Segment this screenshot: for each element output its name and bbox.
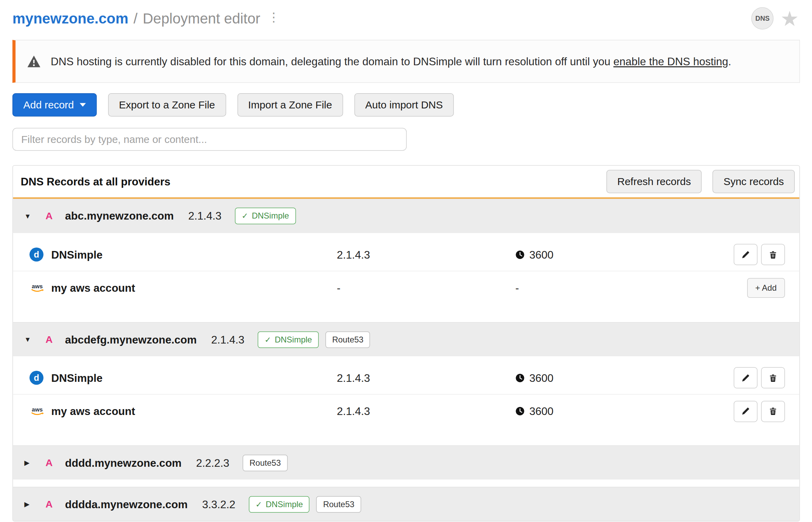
badge-label: DNSimple	[275, 335, 312, 345]
row-actions: + Add	[747, 278, 785, 298]
add-record-button[interactable]: Add record	[12, 94, 97, 117]
record-value: 2.1.4.3	[211, 334, 244, 346]
record-type: A	[46, 334, 53, 345]
trash-icon	[769, 251, 777, 259]
aws-logo-icon: aws	[30, 406, 45, 417]
provider-record-value: -	[337, 282, 516, 294]
provider-record-ttl: 3600	[515, 249, 734, 261]
badge-label: DNSimple	[266, 499, 303, 510]
ttl-value: 3600	[529, 249, 554, 261]
svg-text:aws: aws	[32, 407, 43, 413]
collapse-expanded-icon[interactable]: ▼	[24, 212, 33, 220]
check-icon: ✓	[256, 500, 262, 509]
route53-badge: Route53	[325, 331, 370, 348]
record-group-header[interactable]: ▶ A dddd.mynewzone.com 2.2.2.3 Route53	[13, 446, 800, 480]
provider-row: d DNSimple 2.1.4.3 3600	[13, 362, 800, 395]
provider-badges: ✓DNSimple	[235, 208, 296, 224]
record-value: 2.1.4.3	[188, 210, 221, 222]
caret-down-icon	[80, 103, 86, 107]
breadcrumb-domain-link[interactable]: mynewzone.com	[12, 8, 128, 29]
edit-record-button[interactable]	[734, 244, 757, 265]
add-provider-record-button[interactable]: + Add	[747, 278, 785, 298]
kebab-menu-icon[interactable]: ⋮	[268, 7, 280, 27]
provider-record-ttl: -	[515, 282, 747, 294]
route53-badge: Route53	[316, 496, 361, 513]
topbar-right: DNS ★	[751, 7, 799, 30]
ttl-value: 3600	[529, 405, 554, 418]
check-icon: ✓	[265, 335, 271, 345]
pencil-icon	[742, 407, 750, 416]
export-zone-file-button[interactable]: Export to a Zone File	[108, 94, 226, 117]
filter-records-input[interactable]	[12, 128, 407, 151]
record-type: A	[46, 499, 53, 510]
ttl-value: -	[515, 282, 519, 294]
provider-row: d DNSimple 2.1.4.3 3600	[13, 239, 800, 272]
warning-text: DNS hosting is currently disabled for th…	[51, 54, 731, 69]
provider-name: my aws account	[51, 282, 337, 294]
delete-record-button[interactable]	[761, 367, 785, 389]
page-title: Deployment editor	[143, 8, 260, 29]
add-record-label: Add record	[23, 99, 74, 111]
provider-name: my aws account	[51, 405, 337, 418]
provider-badges: ✓DNSimple Route53	[258, 331, 370, 348]
clock-icon	[515, 250, 525, 259]
record-group: ▶ A dddd.mynewzone.com 2.2.2.3 Route53	[13, 446, 800, 480]
clock-icon	[515, 407, 525, 416]
dnsimple-badge: ✓DNSimple	[258, 331, 319, 348]
aws-logo-icon: aws	[30, 282, 45, 294]
provider-name: DNSimple	[51, 372, 337, 384]
collapse-expanded-icon[interactable]: ▼	[24, 336, 33, 344]
record-name: dddda.mynewzone.com	[65, 498, 188, 511]
enable-dns-hosting-link[interactable]: enable the DNS hosting	[613, 56, 728, 68]
delete-record-button[interactable]	[761, 401, 785, 422]
page: mynewzone.com / Deployment editor ⋮ DNS …	[0, 0, 812, 522]
badge-label: DNSimple	[252, 211, 289, 221]
record-name: dddd.mynewzone.com	[65, 457, 182, 469]
auto-import-dns-button[interactable]: Auto import DNS	[354, 94, 454, 117]
badge-label: Route53	[323, 499, 355, 510]
provider-row: aws my aws account 2.1.4.3 3600	[13, 395, 800, 428]
dnsimple-badge: ✓DNSimple	[235, 208, 296, 224]
dnsimple-badge: ✓DNSimple	[249, 496, 309, 513]
record-type: A	[46, 211, 53, 222]
warning-text-main: DNS hosting is currently disabled for th…	[51, 56, 613, 68]
panel-title: DNS Records at all providers	[21, 175, 170, 188]
record-group-header[interactable]: ▼ A abc.mynewzone.com 2.1.4.3 ✓DNSimple	[13, 199, 800, 233]
pencil-icon	[742, 251, 750, 259]
pencil-icon	[742, 374, 750, 382]
row-actions	[734, 367, 785, 389]
provider-row: aws my aws account - - + Add	[13, 272, 800, 305]
delete-record-button[interactable]	[761, 244, 785, 265]
row-actions	[734, 244, 785, 265]
warning-banner: DNS hosting is currently disabled for th…	[12, 40, 800, 83]
breadcrumb: mynewzone.com / Deployment editor ⋮	[12, 8, 280, 29]
record-group: ▼ A abc.mynewzone.com 2.1.4.3 ✓DNSimple …	[13, 199, 800, 322]
badge-label: Route53	[332, 335, 364, 345]
record-group: ▶ A dddda.mynewzone.com 3.3.2.2 ✓DNSimpl…	[13, 487, 800, 521]
record-name: abc.mynewzone.com	[65, 210, 174, 222]
trash-icon	[769, 374, 777, 382]
provider-record-ttl: 3600	[515, 405, 734, 418]
favorite-star-icon[interactable]: ★	[780, 8, 799, 29]
edit-record-button[interactable]	[734, 401, 757, 422]
import-zone-file-button[interactable]: Import a Zone File	[237, 94, 343, 117]
provider-name: DNSimple	[51, 249, 337, 261]
provider-record-value: 2.1.4.3	[337, 405, 516, 418]
provider-record-value: 2.1.4.3	[337, 249, 516, 261]
edit-record-button[interactable]	[734, 367, 757, 389]
refresh-records-button[interactable]: Refresh records	[606, 170, 702, 194]
record-name: abcdefg.mynewzone.com	[65, 334, 197, 346]
toolbar: Add record Export to a Zone File Import …	[12, 94, 800, 117]
record-group-header[interactable]: ▶ A dddda.mynewzone.com 3.3.2.2 ✓DNSimpl…	[13, 487, 800, 521]
check-icon: ✓	[242, 211, 248, 221]
expand-collapsed-icon[interactable]: ▶	[24, 501, 33, 509]
provider-record-ttl: 3600	[515, 372, 734, 384]
dnsimple-logo-icon: d	[30, 371, 44, 385]
record-group-header[interactable]: ▼ A abcdefg.mynewzone.com 2.1.4.3 ✓DNSim…	[13, 322, 800, 357]
sync-records-button[interactable]: Sync records	[713, 170, 795, 194]
breadcrumb-separator: /	[133, 8, 138, 29]
route53-badge: Route53	[243, 455, 288, 471]
expand-collapsed-icon[interactable]: ▶	[24, 459, 33, 467]
provider-badges: ✓DNSimple Route53	[249, 496, 361, 513]
warning-icon	[27, 55, 41, 68]
